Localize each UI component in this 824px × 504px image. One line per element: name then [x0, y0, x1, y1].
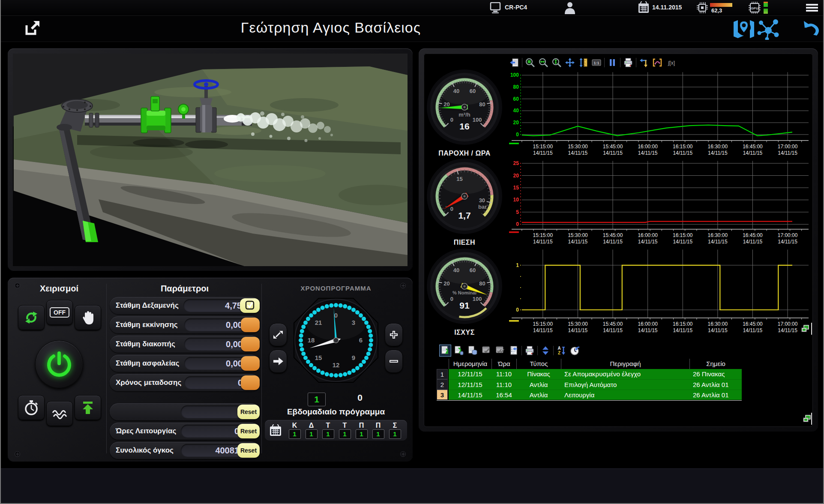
- weekday-cell: Κ1: [286, 422, 303, 439]
- event-row-number[interactable]: 2: [437, 379, 448, 390]
- event-row[interactable]: 314/11/1516:54ΑντλίαΛειτουργία26 Αντλία …: [437, 390, 742, 400]
- events-scrollbar[interactable]: [811, 413, 812, 425]
- off-mode-button[interactable]: OFF: [46, 300, 73, 325]
- event-cell: Σε Απομακρυσμένο έλεγχο: [561, 369, 689, 379]
- events-ack-button[interactable]: [480, 345, 492, 357]
- function-button[interactable]: ∫[x]: [665, 57, 676, 68]
- pan-icon: [565, 57, 575, 68]
- param-set-button[interactable]: [241, 337, 260, 351]
- events-time-filter-button[interactable]: [569, 345, 581, 357]
- svg-text:14/11/15: 14/11/15: [778, 239, 797, 245]
- chart-export-button[interactable]: [509, 57, 520, 68]
- reset-button[interactable]: Reset: [237, 405, 260, 419]
- apply-schedule-button[interactable]: [269, 350, 287, 373]
- events-archive-button[interactable]: [467, 345, 479, 357]
- well-3d-scene[interactable]: [13, 54, 408, 266]
- svg-text:14/11/15: 14/11/15: [673, 150, 692, 156]
- events-print-button[interactable]: [524, 345, 536, 357]
- event-row-cells[interactable]: 12/11/1511:10ΑντλίαΕπιλογή Αυτόματο26 Αν…: [449, 379, 742, 390]
- param-value-field[interactable]: 0,00: [184, 318, 248, 331]
- events-page-next-button[interactable]: [439, 345, 451, 357]
- events-export-button[interactable]: [453, 345, 465, 357]
- event-row[interactable]: 112/11/1511:10ΠίνακαςΣε Απομακρυσμένο έλ…: [437, 369, 742, 379]
- svg-text:16:45:00: 16:45:00: [743, 144, 763, 150]
- reset-button[interactable]: Reset: [237, 443, 260, 458]
- param-checkbox[interactable]: [240, 298, 260, 313]
- gauge-dial: 01530bar-1,7: [424, 156, 505, 237]
- back-button[interactable]: [800, 20, 821, 38]
- weekday-value[interactable]: 1: [322, 429, 334, 439]
- pressure-trend-chart[interactable]: 15:15:0014/11/1515:30:0014/11/1515:45:00…: [507, 159, 812, 247]
- weekday-value[interactable]: 1: [372, 429, 384, 439]
- timer-button[interactable]: [18, 395, 45, 420]
- reset-button[interactable]: Reset: [237, 424, 260, 438]
- auto-mode-button[interactable]: [18, 305, 45, 330]
- schedule-enable-value[interactable]: 1: [308, 393, 326, 406]
- swap-axes-button[interactable]: [638, 57, 650, 68]
- print-chart-button[interactable]: [623, 57, 634, 68]
- scale-ruler-icon: [578, 57, 588, 68]
- events-header-cell: Τύπος: [516, 359, 561, 369]
- events-scroll-button[interactable]: [539, 345, 551, 357]
- trend-button[interactable]: [46, 401, 73, 426]
- param-set-button[interactable]: [241, 356, 260, 371]
- flow-trend-chart[interactable]: 15:15:0014/11/1515:30:0014/11/1515:45:00…: [507, 71, 812, 159]
- param-value-field[interactable]: 0,00: [184, 357, 248, 370]
- svg-text:15:30:00: 15:30:00: [568, 321, 588, 327]
- svg-text:80: 80: [479, 101, 485, 108]
- cpu-load-value: 62,3: [711, 7, 722, 14]
- svg-text:16:15:00: 16:15:00: [673, 232, 693, 238]
- param-value-field[interactable]: 4,75: [183, 299, 247, 312]
- weekday-value[interactable]: 1: [356, 429, 368, 439]
- one-to-one-button[interactable]: 1:1: [591, 57, 602, 68]
- param-set-button[interactable]: [241, 375, 260, 390]
- curve-range-button[interactable]: [652, 57, 663, 68]
- events-log-button[interactable]: [508, 345, 520, 357]
- events-restore-button[interactable]: [803, 414, 811, 423]
- events-sort-az-button[interactable]: A Z: [555, 345, 567, 357]
- expand-schedule-button[interactable]: [269, 323, 287, 346]
- network-view-button[interactable]: [757, 19, 780, 40]
- weekday-value[interactable]: 1: [339, 429, 351, 439]
- map-view-button[interactable]: [732, 19, 756, 39]
- svg-text:40: 40: [513, 108, 519, 114]
- decrease-button[interactable]: [385, 350, 403, 373]
- menu-button[interactable]: [805, 3, 819, 13]
- pump-state-trend-chart[interactable]: 15:15:0014/11/1515:30:0014/11/1515:45:00…: [507, 248, 812, 336]
- events-ack-all-button[interactable]: [494, 345, 506, 357]
- svg-text:30: 30: [479, 197, 485, 204]
- schedule-clock[interactable]: 036912151821: [289, 293, 383, 387]
- chart-restore-button[interactable]: [801, 324, 809, 333]
- zoom-box-button[interactable]: [524, 57, 536, 68]
- weekly-calendar-icon: [269, 424, 282, 437]
- chart-scrollbar[interactable]: [811, 323, 812, 335]
- param-set-button[interactable]: [241, 318, 260, 332]
- manual-mode-button[interactable]: [75, 305, 101, 330]
- zoom-horizontal-button[interactable]: [538, 57, 549, 68]
- event-row-number[interactable]: 3: [437, 390, 448, 400]
- open-external-button[interactable]: [23, 18, 42, 37]
- counter-row: Reset: [110, 403, 260, 420]
- event-row-number[interactable]: 1: [437, 369, 448, 379]
- svg-text:0: 0: [516, 307, 519, 313]
- svg-text:14/11/15: 14/11/15: [743, 327, 763, 333]
- event-row-cells[interactable]: 14/11/1516:54ΑντλίαΛειτουργία26 Αντλία 0…: [449, 390, 742, 400]
- weekday-cell: Π1: [353, 422, 370, 439]
- start-stop-button[interactable]: [35, 340, 83, 388]
- event-row[interactable]: 212/11/1511:10ΑντλίαΕπιλογή Αυτόματο26 Α…: [437, 379, 742, 390]
- param-value-field[interactable]: 0: [184, 376, 248, 389]
- zoom-vertical-button[interactable]: [551, 57, 562, 68]
- weekday-value[interactable]: 1: [306, 429, 318, 439]
- event-row-cells[interactable]: 12/11/1511:10ΠίνακαςΣε Απομακρυσμένο έλε…: [449, 369, 742, 379]
- increase-button[interactable]: [385, 323, 403, 346]
- pause-trend-button[interactable]: [607, 57, 618, 68]
- scale-y-button[interactable]: [578, 57, 589, 68]
- pan-button[interactable]: [564, 57, 575, 68]
- level-up-button[interactable]: [75, 395, 101, 420]
- param-value-field[interactable]: 0,00: [184, 338, 248, 351]
- svg-text:20: 20: [443, 280, 449, 287]
- svg-text:5: 5: [516, 209, 519, 215]
- weekday-value[interactable]: 1: [389, 429, 401, 439]
- counter-value-field: 40081: [181, 444, 244, 457]
- weekday-value[interactable]: 1: [289, 429, 301, 439]
